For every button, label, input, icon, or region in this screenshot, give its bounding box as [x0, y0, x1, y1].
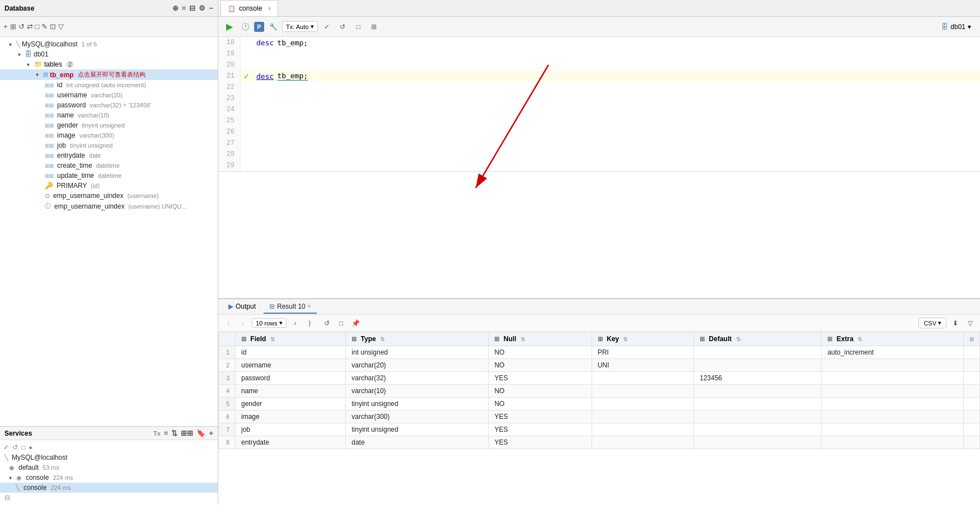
console-tab-close[interactable]: × [268, 6, 271, 12]
redo-button[interactable]: ↺ [336, 20, 349, 34]
grid-button[interactable]: ⊞ [367, 20, 381, 34]
services-console-child[interactable]: ╲ console 224 ms [0, 483, 218, 493]
export-btn[interactable]: ⬇ [950, 318, 961, 329]
table-row[interactable]: 1 id int unsigned NO PRI auto_increment [219, 346, 980, 359]
rows-select[interactable]: 10 rows ▾ [252, 318, 287, 328]
pin-btn[interactable]: 📌 [350, 318, 362, 329]
stop-button[interactable]: □ [351, 20, 365, 34]
output-tab[interactable]: ▶ Output [223, 300, 261, 314]
services-sort-btn[interactable]: ⇅ [171, 429, 177, 437]
col-extra-label: Extra [837, 335, 854, 343]
col-field-sort[interactable]: ⇅ [270, 336, 275, 342]
mysql-host-item[interactable]: ▾ ╲ MySQL@localhost 1 of 6 [0, 39, 218, 49]
tables-item[interactable]: ▾ 📁 tables 2 [0, 59, 218, 69]
stop-result-btn[interactable]: □ [336, 318, 347, 329]
database-panel-title: Database ⊕ ≡ ⊟ ⚙ − [0, 0, 218, 17]
services-add-btn[interactable]: + [209, 429, 213, 437]
services-console-parent[interactable]: ▾ ◉ console 224 ms [0, 473, 218, 483]
line-content-28 [252, 149, 980, 160]
filter-result-btn[interactable]: ▽ [964, 318, 976, 329]
col-extra-sort[interactable]: ⇅ [857, 336, 862, 342]
cell-extra: auto_increment [822, 346, 964, 359]
col-extra[interactable]: ⊞ Extra ⇅ [822, 332, 964, 346]
result-tab-close[interactable]: × [308, 303, 311, 309]
profiler-button[interactable]: P [254, 22, 264, 32]
console-tab[interactable]: 📋 console × [221, 0, 278, 16]
db-list-btn[interactable]: ⊞ [10, 22, 16, 31]
col-default[interactable]: ⊞ Default ⇅ [694, 332, 822, 346]
index-emp-username-1-name: emp_username_uindex [53, 192, 123, 200]
check-button[interactable]: ✓ [320, 20, 334, 34]
code-editor[interactable]: 18 desc tb_emp; 19 20 [218, 37, 980, 172]
line-num-21: 21 [218, 70, 241, 82]
clock-button[interactable]: 🕐 [238, 20, 252, 34]
field-gender-type: tinyint unsigned [82, 122, 124, 129]
result-tab[interactable]: ⊞ Result 10 × [264, 300, 317, 314]
nav-last-btn[interactable]: ⟩ [304, 318, 316, 329]
line-num-28: 28 [218, 149, 241, 160]
split-icon[interactable]: ⊟ [189, 4, 195, 12]
col-type-label: Type [361, 335, 376, 343]
tb-emp-item[interactable]: ▾ ⊞ tb_emp 点击展开即可查看表结构 [0, 69, 218, 80]
db01-item[interactable]: ▾ 🗄 db01 [0, 49, 218, 59]
table-row[interactable]: 2 username varchar(20) NO UNI [219, 359, 980, 372]
nav-next-btn[interactable]: › [290, 318, 301, 329]
cell-actions [964, 398, 980, 410]
table-row[interactable]: 8 entrydate date YES [219, 436, 980, 449]
results-table[interactable]: ⊞ Field ⇅ ⊞ Type ⇅ ⊞ Null [218, 332, 980, 505]
csv-button[interactable]: CSV ▾ [918, 318, 946, 328]
col-key[interactable]: ⊞ Key ⇅ [592, 332, 694, 346]
nav-first-btn[interactable]: ⟨ [223, 318, 234, 329]
cell-null: NO [489, 398, 592, 410]
run-button[interactable]: ▶ [223, 20, 236, 34]
table-row[interactable]: 6 image varchar(300) YES [219, 410, 980, 423]
db-refresh-btn[interactable]: ↺ [18, 22, 25, 31]
list-icon[interactable]: ≡ [182, 4, 186, 12]
services-mysql-host[interactable]: ╲ MySQL@localhost [0, 452, 218, 462]
nav-prev-btn[interactable]: ‹ [237, 318, 248, 329]
minimize-icon[interactable]: − [209, 4, 213, 12]
services-child-label: console [24, 484, 46, 492]
code-line-21[interactable]: 21 ✓ desc tb_emp; [218, 70, 980, 82]
field-image-name: image [57, 131, 76, 139]
col-null-sort[interactable]: ⇅ [521, 336, 525, 342]
tx-select[interactable]: Tx: Auto ▾ [282, 21, 318, 32]
index-primary-name: PRIMARY [57, 182, 87, 190]
services-grid-btn[interactable]: ⊞⊞ [181, 429, 193, 437]
table-row[interactable]: 7 job tinyint unsigned YES [219, 423, 980, 436]
refresh-btn[interactable]: ↺ [321, 318, 332, 329]
code-line-20: 20 [218, 59, 980, 70]
db-sync-btn[interactable]: ⇄ [27, 22, 33, 31]
table-header-row: ⊞ Field ⇅ ⊞ Type ⇅ ⊞ Null [219, 332, 980, 346]
db-add-btn[interactable]: + [3, 22, 8, 31]
table-row[interactable]: 5 gender tinyint unsigned NO [219, 398, 980, 410]
db-edit-btn[interactable]: ✎ [41, 22, 48, 31]
col-null[interactable]: ⊞ Null ⇅ [489, 332, 592, 346]
tx-label: Tx: Auto [286, 23, 308, 30]
wrench-button[interactable]: 🔧 [266, 20, 280, 34]
db-grid-btn[interactable]: ⊡ [50, 22, 56, 31]
line-num-27: 27 [218, 138, 241, 149]
tables-folder-icon: 📁 [34, 60, 43, 68]
db-filter-btn[interactable]: ▽ [58, 22, 64, 31]
settings-icon[interactable]: ⚙ [199, 4, 205, 12]
db-stop-btn[interactable]: □ [35, 22, 40, 31]
db-indicator[interactable]: 🗄 db01 ▾ [937, 22, 976, 32]
table-row[interactable]: 3 password varchar(32) YES 123456 [219, 372, 980, 385]
services-default[interactable]: ◉ default 53 ms [0, 462, 218, 473]
tb-emp-annotation: 点击展开即可查看表结构 [78, 70, 146, 79]
code-line-26: 26 [218, 126, 980, 138]
col-type-sort[interactable]: ⇅ [380, 336, 385, 342]
field-username-name: username [57, 91, 87, 99]
add-icon[interactable]: ⊕ [172, 4, 179, 12]
cell-field: gender [236, 398, 346, 410]
col-type[interactable]: ⊞ Type ⇅ [346, 332, 489, 346]
col-field[interactable]: ⊞ Field ⇅ [236, 332, 346, 346]
col-default-sort[interactable]: ⇅ [736, 336, 740, 342]
table-row[interactable]: 4 name varchar(10) NO [219, 385, 980, 398]
cell-field: entrydate [236, 436, 346, 449]
col-key-sort[interactable]: ⇅ [623, 336, 627, 342]
services-list-btn[interactable]: ≡ [164, 429, 168, 437]
services-bookmark-btn[interactable]: 🔖 [196, 429, 205, 437]
line-content-21[interactable]: desc tb_emp; [252, 70, 980, 82]
